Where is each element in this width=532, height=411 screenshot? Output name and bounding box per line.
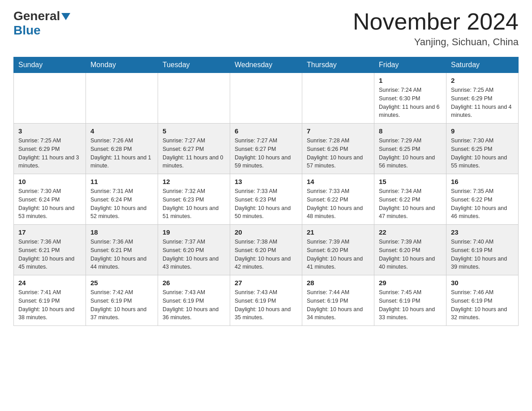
day-cell: 16Sunrise: 7:35 AM Sunset: 6:22 PM Dayli… xyxy=(446,174,519,225)
day-cell: 13Sunrise: 7:33 AM Sunset: 6:23 PM Dayli… xyxy=(230,174,302,225)
day-info: Sunrise: 7:28 AM Sunset: 6:26 PM Dayligh… xyxy=(307,137,369,170)
day-number: 12 xyxy=(163,178,225,185)
day-number: 17 xyxy=(18,228,81,236)
day-info: Sunrise: 7:45 AM Sunset: 6:19 PM Dayligh… xyxy=(379,288,442,322)
day-cell: 22Sunrise: 7:39 AM Sunset: 6:20 PM Dayli… xyxy=(374,225,446,275)
title-area: November 2024 Yanjing, Sichuan, China xyxy=(353,9,519,48)
page-header: General Blue November 2024 Yanjing, Sich… xyxy=(13,9,519,48)
day-info: Sunrise: 7:44 AM Sunset: 6:19 PM Dayligh… xyxy=(307,288,369,322)
day-cell: 15Sunrise: 7:34 AM Sunset: 6:22 PM Dayli… xyxy=(374,174,446,225)
day-cell: 25Sunrise: 7:42 AM Sunset: 6:19 PM Dayli… xyxy=(86,275,158,326)
day-number: 11 xyxy=(90,178,153,185)
day-number: 4 xyxy=(90,127,153,135)
day-info: Sunrise: 7:34 AM Sunset: 6:22 PM Dayligh… xyxy=(379,187,442,221)
day-cell: 1Sunrise: 7:24 AM Sunset: 6:30 PM Daylig… xyxy=(374,73,446,124)
header-sunday: Sunday xyxy=(14,57,86,73)
day-info: Sunrise: 7:26 AM Sunset: 6:28 PM Dayligh… xyxy=(90,137,153,170)
day-cell: 28Sunrise: 7:44 AM Sunset: 6:19 PM Dayli… xyxy=(302,275,374,326)
day-cell: 18Sunrise: 7:36 AM Sunset: 6:21 PM Dayli… xyxy=(86,225,158,275)
day-number: 21 xyxy=(307,228,369,236)
day-info: Sunrise: 7:39 AM Sunset: 6:20 PM Dayligh… xyxy=(307,238,369,271)
day-number: 2 xyxy=(451,77,514,84)
day-cell xyxy=(14,73,86,124)
day-number: 9 xyxy=(451,127,514,135)
day-cell: 20Sunrise: 7:38 AM Sunset: 6:20 PM Dayli… xyxy=(230,225,302,275)
day-info: Sunrise: 7:39 AM Sunset: 6:20 PM Dayligh… xyxy=(379,238,442,271)
day-cell: 27Sunrise: 7:43 AM Sunset: 6:19 PM Dayli… xyxy=(230,275,302,326)
day-info: Sunrise: 7:33 AM Sunset: 6:22 PM Dayligh… xyxy=(307,187,369,221)
day-cell: 12Sunrise: 7:32 AM Sunset: 6:23 PM Dayli… xyxy=(158,174,230,225)
day-number: 26 xyxy=(163,279,225,287)
day-info: Sunrise: 7:46 AM Sunset: 6:19 PM Dayligh… xyxy=(451,288,514,322)
day-number: 18 xyxy=(90,228,153,236)
day-cell: 24Sunrise: 7:41 AM Sunset: 6:19 PM Dayli… xyxy=(14,275,86,326)
header-row: SundayMondayTuesdayWednesdayThursdayFrid… xyxy=(14,57,519,73)
day-cell xyxy=(86,73,158,124)
day-info: Sunrise: 7:38 AM Sunset: 6:20 PM Dayligh… xyxy=(235,238,297,271)
calendar-table: SundayMondayTuesdayWednesdayThursdayFrid… xyxy=(13,57,519,326)
day-info: Sunrise: 7:36 AM Sunset: 6:21 PM Dayligh… xyxy=(18,238,81,271)
subtitle: Yanjing, Sichuan, China xyxy=(353,36,519,48)
day-number: 25 xyxy=(90,279,153,287)
header-wednesday: Wednesday xyxy=(230,57,302,73)
day-number: 28 xyxy=(307,279,369,287)
day-cell: 6Sunrise: 7:27 AM Sunset: 6:27 PM Daylig… xyxy=(230,124,302,174)
day-number: 27 xyxy=(235,279,297,287)
main-title: November 2024 xyxy=(353,9,519,34)
header-saturday: Saturday xyxy=(446,57,519,73)
day-cell xyxy=(230,73,302,124)
day-cell: 7Sunrise: 7:28 AM Sunset: 6:26 PM Daylig… xyxy=(302,124,374,174)
header-monday: Monday xyxy=(86,57,158,73)
day-info: Sunrise: 7:43 AM Sunset: 6:19 PM Dayligh… xyxy=(235,288,297,322)
header-friday: Friday xyxy=(374,57,446,73)
day-info: Sunrise: 7:36 AM Sunset: 6:21 PM Dayligh… xyxy=(90,238,153,271)
day-cell: 19Sunrise: 7:37 AM Sunset: 6:20 PM Dayli… xyxy=(158,225,230,275)
logo-line2: Blue xyxy=(13,23,41,37)
day-number: 14 xyxy=(307,178,369,185)
day-number: 19 xyxy=(163,228,225,236)
day-number: 7 xyxy=(307,127,369,135)
day-info: Sunrise: 7:27 AM Sunset: 6:27 PM Dayligh… xyxy=(235,137,297,170)
week-row-1: 1Sunrise: 7:24 AM Sunset: 6:30 PM Daylig… xyxy=(14,73,519,124)
day-cell: 3Sunrise: 7:25 AM Sunset: 6:29 PM Daylig… xyxy=(14,124,86,174)
day-info: Sunrise: 7:25 AM Sunset: 6:29 PM Dayligh… xyxy=(451,86,514,120)
logo: General Blue xyxy=(13,9,70,38)
week-row-4: 17Sunrise: 7:36 AM Sunset: 6:21 PM Dayli… xyxy=(14,225,519,275)
day-info: Sunrise: 7:43 AM Sunset: 6:19 PM Dayligh… xyxy=(163,288,225,322)
day-info: Sunrise: 7:42 AM Sunset: 6:19 PM Dayligh… xyxy=(90,288,153,322)
day-info: Sunrise: 7:41 AM Sunset: 6:19 PM Dayligh… xyxy=(18,288,81,322)
day-info: Sunrise: 7:30 AM Sunset: 6:24 PM Dayligh… xyxy=(18,187,81,221)
day-number: 20 xyxy=(235,228,297,236)
day-info: Sunrise: 7:32 AM Sunset: 6:23 PM Dayligh… xyxy=(163,187,225,221)
day-cell: 29Sunrise: 7:45 AM Sunset: 6:19 PM Dayli… xyxy=(374,275,446,326)
day-number: 16 xyxy=(451,178,514,185)
day-cell: 17Sunrise: 7:36 AM Sunset: 6:21 PM Dayli… xyxy=(14,225,86,275)
day-number: 6 xyxy=(235,127,297,135)
header-thursday: Thursday xyxy=(302,57,374,73)
day-cell: 2Sunrise: 7:25 AM Sunset: 6:29 PM Daylig… xyxy=(446,73,519,124)
day-cell xyxy=(158,73,230,124)
day-cell xyxy=(302,73,374,124)
day-info: Sunrise: 7:35 AM Sunset: 6:22 PM Dayligh… xyxy=(451,187,514,221)
day-info: Sunrise: 7:29 AM Sunset: 6:25 PM Dayligh… xyxy=(379,137,442,170)
day-number: 3 xyxy=(18,127,81,135)
day-number: 5 xyxy=(163,127,225,135)
day-number: 24 xyxy=(18,279,81,287)
week-row-5: 24Sunrise: 7:41 AM Sunset: 6:19 PM Dayli… xyxy=(14,275,519,326)
day-cell: 4Sunrise: 7:26 AM Sunset: 6:28 PM Daylig… xyxy=(86,124,158,174)
header-tuesday: Tuesday xyxy=(158,57,230,73)
day-cell: 9Sunrise: 7:30 AM Sunset: 6:25 PM Daylig… xyxy=(446,124,519,174)
day-number: 23 xyxy=(451,228,514,236)
day-number: 29 xyxy=(379,279,442,287)
day-number: 22 xyxy=(379,228,442,236)
day-cell: 5Sunrise: 7:27 AM Sunset: 6:27 PM Daylig… xyxy=(158,124,230,174)
day-number: 1 xyxy=(379,77,442,84)
day-info: Sunrise: 7:31 AM Sunset: 6:24 PM Dayligh… xyxy=(90,187,153,221)
day-cell: 14Sunrise: 7:33 AM Sunset: 6:22 PM Dayli… xyxy=(302,174,374,225)
day-cell: 10Sunrise: 7:30 AM Sunset: 6:24 PM Dayli… xyxy=(14,174,86,225)
day-cell: 30Sunrise: 7:46 AM Sunset: 6:19 PM Dayli… xyxy=(446,275,519,326)
day-info: Sunrise: 7:27 AM Sunset: 6:27 PM Dayligh… xyxy=(163,137,225,170)
day-info: Sunrise: 7:30 AM Sunset: 6:25 PM Dayligh… xyxy=(451,137,514,170)
day-info: Sunrise: 7:37 AM Sunset: 6:20 PM Dayligh… xyxy=(163,238,225,271)
day-cell: 23Sunrise: 7:40 AM Sunset: 6:19 PM Dayli… xyxy=(446,225,519,275)
